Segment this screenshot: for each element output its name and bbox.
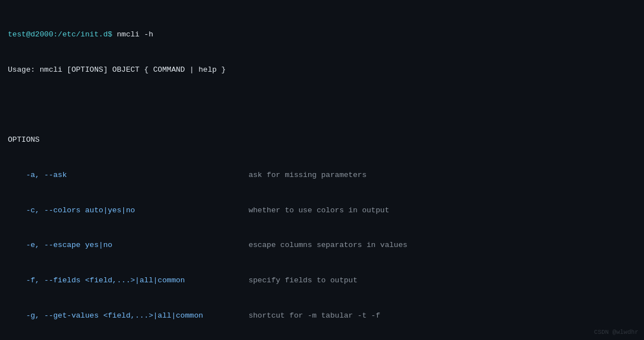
option-a: -a, --ask ask for missing parameters [8, 170, 636, 181]
watermark-text: CSDN @wlwdhr [594, 329, 638, 336]
option-c: -c, --colors auto|yes|no whether to use … [8, 205, 636, 217]
prompt-line: test@d2000:/etc/init.d$ nmcli -h [8, 29, 636, 41]
options-header: OPTIONS [8, 134, 636, 146]
terminal-content: test@d2000:/etc/init.d$ nmcli -h Usage: … [8, 6, 636, 340]
terminal-window: test@d2000:/etc/init.d$ nmcli -h Usage: … [0, 0, 644, 340]
usage-line: Usage: nmcli [OPTIONS] OBJECT { COMMAND … [8, 64, 636, 76]
option-e: -e, --escape yes|no escape columns separ… [8, 240, 636, 251]
option-g: -g, --get-values <field,...>|all|common … [8, 310, 636, 322]
blank-line-1 [8, 99, 636, 111]
option-f: -f, --fields <field,...>|all|common spec… [8, 275, 636, 287]
